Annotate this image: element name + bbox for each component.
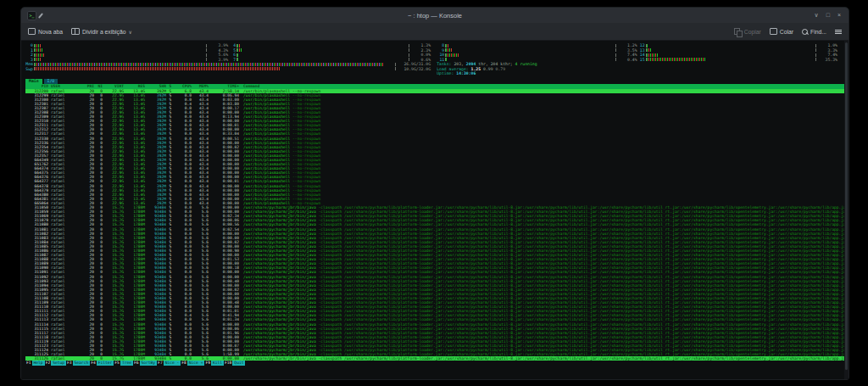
split-view-icon [71, 28, 80, 35]
cpu-meter-3: 33.9% [25, 58, 228, 63]
toolbar: Nova aba Dividir a exibição ∨ Copiar Col… [21, 23, 849, 41]
cpu-meter-9: 93.5% [437, 48, 637, 53]
new-tab-label: Nova aba [38, 29, 63, 35]
swap-meter: Swp 10.9G/32.0G [25, 67, 431, 72]
menu-button[interactable] [835, 30, 842, 34]
cpu-meter-2: 25.6% [25, 53, 228, 58]
copy-button[interactable]: Copiar [734, 28, 761, 35]
cpu-meter-12: 121.0% [637, 43, 837, 48]
cpu-meter-7: 70.6% [228, 58, 431, 63]
minimize-button[interactable]: ∨ [815, 8, 819, 23]
scrollbar-thumb[interactable] [845, 42, 848, 370]
paste-button[interactable]: Colar [770, 28, 793, 35]
close-button[interactable]: × [837, 8, 841, 23]
cpu-meters-left: 03.9%41.3%14.3%52.3%25.6%60.0%33.9%70.6% [25, 43, 431, 62]
cpu-meters-right: 81.2%121.0%93.5%133.3%107.4%147.4%110.4%… [437, 43, 837, 62]
new-tab-button[interactable]: Nova aba [28, 28, 63, 35]
scrollbar[interactable] [844, 41, 849, 380]
cpu-meter-15: 1535.3% [637, 58, 837, 63]
cpu-meter-5: 52.3% [228, 48, 431, 53]
fkey-f3[interactable]: F3Search [66, 361, 90, 366]
cpu-meter-14: 147.4% [637, 53, 837, 58]
htop-header: 03.9%41.3%14.3%52.3%25.6%60.0%33.9%70.6%… [25, 43, 844, 76]
chevron-down-icon: ∨ [128, 29, 131, 35]
fkey-f1[interactable]: F1Help [25, 361, 45, 366]
cpu-meter-10: 107.4% [437, 53, 637, 58]
search-icon [802, 29, 808, 35]
new-tab-icon [28, 28, 36, 35]
find-button[interactable]: Find... [802, 29, 826, 35]
window-title: ~ : htop — Konsole [21, 12, 849, 20]
fkey-f7[interactable]: F7Nice - [157, 361, 181, 366]
cpu-meter-6: 60.0% [228, 53, 431, 58]
fkey-f5[interactable]: F5Tree [114, 361, 133, 366]
process-rows: 312200rafael20022.9G13.4G392MS6.843.42:5… [25, 89, 844, 361]
maximize-button[interactable]: □ [826, 8, 830, 23]
split-view-button[interactable]: Dividir a exibição ∨ [71, 28, 132, 35]
find-label: Find... [810, 29, 826, 35]
fkey-f6[interactable]: F6SortBy [133, 361, 157, 366]
cpu-meter-13: 133.3% [637, 48, 837, 53]
cpu-meter-1: 14.3% [25, 48, 228, 53]
terminal-area[interactable]: 03.9%41.3%14.3%52.3%25.6%60.0%33.9%70.6%… [21, 41, 849, 380]
swap-meter-label: Swp [25, 67, 33, 72]
paste-icon [770, 28, 777, 35]
fkey-f8[interactable]: F8Nice + [181, 361, 204, 366]
fkey-f10[interactable]: F10Quit [224, 361, 245, 366]
split-view-label: Dividir a exibição [82, 29, 125, 35]
fkey-f4[interactable]: F4Filter [90, 361, 114, 366]
process-command: /usr/share/pycharm/jbr/bin/java -classpa… [239, 356, 844, 361]
fkey-f2[interactable]: F2Setup [45, 361, 66, 366]
hamburger-icon [835, 30, 842, 34]
swap-meter-value: 10.9G/32.0G [397, 67, 431, 72]
konsole-window: >_ ~ : htop — Konsole ∨ □ × Nova aba Div… [20, 7, 849, 380]
fkey-f9[interactable]: F9Kill [204, 361, 224, 366]
paste-label: Colar [780, 29, 793, 35]
cpu-meter-11: 110.4% [437, 58, 637, 63]
cpu-meter-0: 03.9% [25, 43, 228, 48]
copy-icon [734, 28, 740, 35]
titlebar[interactable]: >_ ~ : htop — Konsole ∨ □ × [21, 8, 849, 23]
cpu-meter-4: 41.3% [228, 43, 431, 48]
uptime-line: Uptime: 14:30:06 [437, 71, 837, 76]
function-key-bar: F1HelpF2SetupF3SearchF4FilterF5TreeF6Sor… [25, 361, 844, 366]
konsole-app-icon[interactable]: >_ [27, 11, 36, 20]
cpu-meter-8: 81.2% [437, 43, 637, 48]
copy-label: Copiar [744, 29, 761, 35]
memory-meter: Mem 26.9G/31.0G [25, 62, 431, 67]
